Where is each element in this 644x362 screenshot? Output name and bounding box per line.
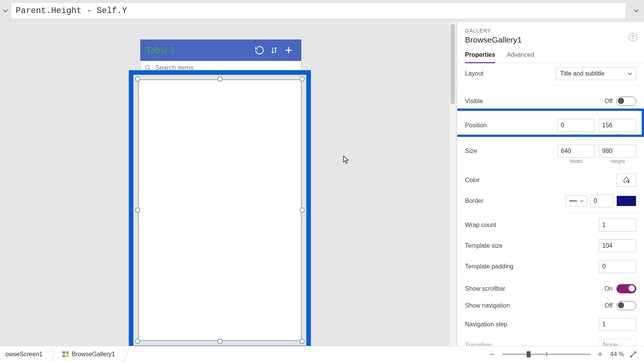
properties-list: Layout Title and subtitle Visible Off Po…	[457, 63, 644, 346]
row-wrap-count: Wrap count 1	[457, 215, 644, 235]
breadcrumb-screen-label: owseScreen1	[5, 351, 43, 358]
scrollbar-thumb[interactable]	[450, 24, 455, 104]
navigation-step-input[interactable]: 1	[599, 318, 636, 331]
sublabel-x: X	[557, 133, 595, 138]
label-color: Color	[465, 177, 616, 184]
paint-icon	[623, 176, 630, 184]
panel-tabs: Properties Advanced	[457, 44, 644, 63]
row-transition: Transition None	[457, 335, 644, 346]
zoom-percent: 44 %	[610, 351, 624, 358]
template-size-input[interactable]: 104	[599, 239, 636, 252]
position-x-input[interactable]: 0	[557, 119, 595, 132]
help-icon[interactable]: ?	[629, 33, 637, 41]
resize-handle-tm[interactable]	[217, 76, 223, 82]
label-template-size: Template size	[465, 242, 599, 249]
layout-value: Title and subtitle	[560, 70, 605, 77]
chevron-down-icon	[580, 199, 584, 203]
breadcrumb-screen[interactable]: owseScreen1	[0, 346, 50, 362]
position-y-input[interactable]: 156	[599, 119, 636, 132]
zoom-slider[interactable]	[502, 354, 590, 355]
border-style-select[interactable]	[566, 196, 587, 206]
row-navigation-step: Navigation step 1	[457, 314, 644, 335]
selection-highlight	[129, 70, 311, 350]
color-picker-button[interactable]	[616, 174, 636, 187]
show-scrollbar-state: On	[605, 285, 613, 292]
formula-input[interactable]: Parent.Height - Self.Y	[11, 2, 626, 19]
row-show-scrollbar: Show scrollbar On	[457, 280, 644, 297]
zoom-slider-thumb[interactable]	[527, 351, 531, 357]
zoom-in-button[interactable]: +	[596, 349, 605, 359]
sublabel-y: Y	[599, 133, 636, 138]
add-icon[interactable]	[281, 46, 296, 55]
row-layout: Layout Title and subtitle	[457, 63, 644, 84]
row-color: Color	[457, 170, 644, 191]
app-header: Table 1	[140, 39, 301, 61]
panel-header: GALLERY BrowseGallery1 ?	[457, 22, 644, 44]
canvas-scrollbar[interactable]	[449, 22, 456, 346]
tab-advanced[interactable]: Advanced	[507, 51, 534, 63]
expand-icon	[629, 350, 637, 358]
label-transition: Transition	[465, 342, 599, 346]
transition-select[interactable]: None	[599, 339, 636, 346]
gallery-icon	[62, 351, 69, 357]
sort-icon[interactable]	[267, 46, 281, 54]
position-sublabels: X Y	[457, 133, 644, 141]
show-scrollbar-toggle[interactable]	[616, 284, 636, 293]
formula-bar: Parent.Height - Self.Y	[0, 2, 644, 19]
border-width-input[interactable]: 0	[590, 194, 613, 207]
size-width-input[interactable]: 640	[557, 145, 595, 158]
fit-to-screen-button[interactable]	[629, 350, 637, 358]
size-height-input[interactable]: 980	[599, 145, 636, 158]
zoom-out-button[interactable]: −	[488, 349, 497, 359]
breadcrumb-control[interactable]: BrowseGallery1	[57, 346, 123, 362]
chevron-down-icon	[628, 71, 632, 76]
visible-toggle[interactable]	[616, 97, 636, 106]
label-visible: Visible	[465, 98, 605, 105]
formula-expand[interactable]	[629, 8, 644, 13]
wrap-count-input[interactable]: 1	[599, 219, 636, 232]
resize-handle-tl[interactable]	[135, 76, 140, 82]
label-navigation-step: Navigation step	[465, 321, 599, 328]
zoom-controls: − + 44 %	[488, 349, 644, 359]
row-size: Size 640 980	[457, 141, 644, 158]
resize-handle-br[interactable]	[299, 339, 305, 344]
visible-state-text: Off	[605, 98, 613, 105]
label-layout: Layout	[465, 70, 556, 77]
tab-properties[interactable]: Properties	[465, 51, 495, 63]
show-navigation-toggle[interactable]	[616, 301, 636, 310]
app-title: Table 1	[146, 44, 252, 56]
row-template-size: Template size 104	[457, 235, 644, 256]
template-padding-input[interactable]: 0	[599, 260, 636, 273]
layout-select[interactable]: Title and subtitle	[556, 67, 636, 80]
gallery-body[interactable]	[138, 79, 302, 341]
row-show-navigation: Show navigation Off	[457, 297, 644, 314]
resize-handle-bm[interactable]	[217, 339, 223, 344]
transition-value: None	[603, 342, 618, 346]
show-navigation-state: Off	[605, 302, 613, 309]
phone-preview: Table 1 Search items	[140, 39, 301, 75]
label-position: Position	[465, 122, 557, 129]
mouse-cursor	[343, 156, 350, 164]
label-wrap-count: Wrap count	[465, 222, 599, 229]
property-dropdown[interactable]	[0, 2, 11, 19]
label-template-padding: Template padding	[465, 263, 599, 270]
row-position: Position 0 156	[457, 115, 644, 133]
chevron-down-icon	[634, 8, 639, 13]
chevron-down-icon	[3, 8, 8, 13]
row-template-padding: Template padding 0	[457, 256, 644, 277]
sublabel-width: Width	[557, 158, 595, 164]
canvas-area[interactable]: Table 1 Search items	[0, 22, 456, 346]
row-visible: Visible Off	[457, 87, 644, 115]
control-type-label: GALLERY	[465, 28, 636, 34]
resize-handle-mr[interactable]	[299, 207, 305, 213]
resize-handle-ml[interactable]	[135, 207, 140, 213]
svg-point-0	[145, 65, 150, 69]
footer-bar: owseScreen1 BrowseGallery1 − + 44 %	[0, 346, 644, 362]
label-size: Size	[465, 148, 557, 155]
resize-handle-bl[interactable]	[135, 339, 140, 344]
control-name: BrowseGallery1	[465, 35, 636, 44]
label-show-scrollbar: Show scrollbar	[465, 285, 605, 292]
resize-handle-tr[interactable]	[299, 76, 305, 82]
refresh-icon[interactable]	[252, 45, 267, 55]
border-color-swatch[interactable]	[616, 196, 636, 206]
